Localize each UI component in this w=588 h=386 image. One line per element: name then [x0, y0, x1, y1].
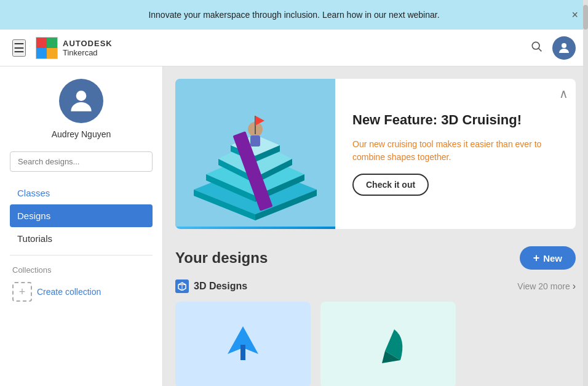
- svg-rect-19: [250, 135, 260, 147]
- main-layout: Audrey Nguyen Classes Designs Tutorials …: [0, 66, 588, 386]
- svg-point-0: [532, 42, 539, 49]
- user-avatar[interactable]: [552, 36, 576, 60]
- create-collection-label: Create collection: [37, 287, 101, 297]
- logo-autodesk: AUTODESK: [63, 39, 113, 48]
- designs-section-title: 3D Designs: [175, 279, 247, 293]
- design-cards-container: [175, 302, 576, 386]
- sidebar: Audrey Nguyen Classes Designs Tutorials …: [0, 66, 163, 386]
- header-right: [530, 36, 576, 60]
- design-card[interactable]: [320, 302, 456, 386]
- sidebar-item-designs[interactable]: Designs: [10, 204, 153, 227]
- svg-line-1: [539, 49, 542, 52]
- feature-title: New Feature: 3D Cruising!: [352, 112, 558, 128]
- 3d-designs-label: 3D Designs: [194, 281, 247, 292]
- content-area: New Feature: 3D Cruising! Our new cruisi…: [163, 66, 588, 386]
- collections-label: Collections: [12, 265, 153, 275]
- sidebar-user: Audrey Nguyen: [10, 79, 153, 139]
- new-design-button[interactable]: + New: [520, 246, 576, 270]
- create-collection-icon: +: [12, 282, 32, 302]
- logo-cell-green: [47, 38, 57, 48]
- sidebar-username: Audrey Nguyen: [52, 129, 111, 139]
- svg-rect-26: [240, 345, 245, 360]
- cube-icon: [175, 279, 189, 293]
- logo[interactable]: AUTODESK Tinkercad: [36, 37, 113, 59]
- search-icon: [530, 40, 542, 52]
- new-button-label: New: [543, 253, 562, 263]
- logo-cell-blue: [36, 48, 47, 58]
- designs-section-header: 3D Designs View 20 more ›: [175, 279, 576, 293]
- header: ☰ AUTODESK Tinkercad: [0, 30, 588, 66]
- banner-text: Innovate your makerspace through inclusi…: [148, 10, 439, 20]
- design-card-thumbnail-2: [320, 302, 456, 386]
- cube-svg: [178, 282, 186, 291]
- view-more-label: View 20 more: [517, 281, 570, 291]
- feature-image: [175, 79, 335, 229]
- logo-text: AUTODESK Tinkercad: [63, 39, 113, 57]
- design-card-thumbnail-1: [175, 302, 311, 386]
- create-collection-button[interactable]: + Create collection: [10, 279, 153, 304]
- view-more-button[interactable]: View 20 more ›: [517, 281, 576, 292]
- logo-grid: [36, 37, 58, 59]
- sidebar-item-classes[interactable]: Classes: [10, 182, 153, 204]
- scrollbar-thumb[interactable]: [583, 5, 588, 30]
- design-thumbnail-svg-1: [218, 320, 268, 369]
- announcement-banner: Innovate your makerspace through inclusi…: [0, 0, 588, 30]
- new-button-plus: +: [533, 252, 540, 263]
- sidebar-avatar-icon: [66, 86, 97, 116]
- chevron-right-icon: ›: [573, 281, 576, 292]
- feature-illustration: [175, 79, 335, 227]
- search-button[interactable]: [530, 40, 542, 55]
- feature-description: Our new cruising tool makes it easier th…: [352, 138, 558, 164]
- logo-tinkercad: Tinkercad: [63, 48, 113, 57]
- design-thumbnail-svg-2: [364, 320, 413, 369]
- scrollbar-track[interactable]: [583, 0, 588, 386]
- designs-header: Your designs + New: [175, 246, 576, 270]
- search-input[interactable]: [10, 151, 153, 172]
- feature-text: New Feature: 3D Cruising! Our new cruisi…: [335, 79, 576, 229]
- banner-close-button[interactable]: ×: [571, 9, 578, 20]
- avatar-icon: [557, 41, 571, 55]
- feature-card: New Feature: 3D Cruising! Our new cruisi…: [175, 79, 576, 229]
- sidebar-avatar: [59, 79, 103, 123]
- sidebar-item-tutorials[interactable]: Tutorials: [10, 227, 153, 250]
- design-card[interactable]: [175, 302, 311, 386]
- sidebar-nav: Classes Designs Tutorials: [10, 182, 153, 250]
- logo-cell-red: [36, 38, 47, 48]
- feature-close-button[interactable]: ∧: [559, 86, 568, 101]
- check-it-out-button[interactable]: Check it out: [352, 174, 429, 196]
- header-left: ☰ AUTODESK Tinkercad: [12, 37, 113, 59]
- designs-title: Your designs: [175, 249, 268, 267]
- menu-button[interactable]: ☰: [12, 39, 26, 57]
- logo-cell-orange: [47, 48, 57, 58]
- svg-point-3: [76, 90, 87, 101]
- svg-point-2: [562, 43, 566, 48]
- sidebar-divider: [10, 255, 153, 255]
